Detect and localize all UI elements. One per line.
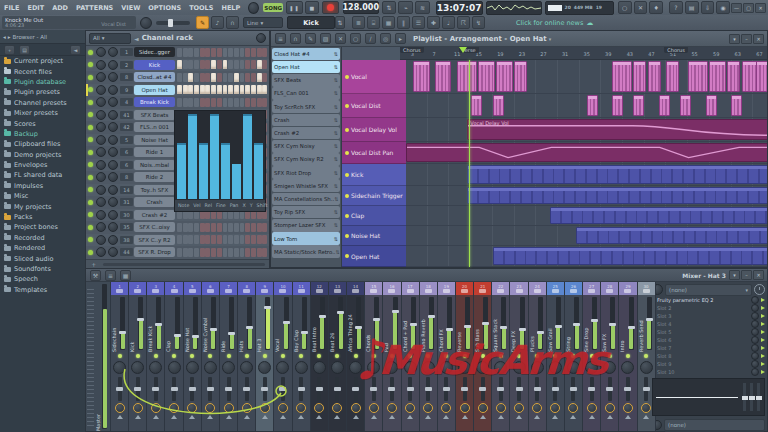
- graph-label-x[interactable]: X: [242, 203, 245, 208]
- audio-clip[interactable]: [688, 61, 708, 92]
- pattern-stomper-lazer-sfx[interactable]: Stomper Lazer SFX⇅: [272, 219, 340, 232]
- fx-mix-knob[interactable]: [751, 368, 759, 376]
- step-cell[interactable]: [240, 73, 245, 82]
- step-cell[interactable]: [234, 85, 239, 94]
- step-cell[interactable]: [211, 235, 216, 244]
- fx-slot-10[interactable]: Slot 10: [652, 368, 765, 376]
- strip-fader[interactable]: [229, 297, 234, 350]
- strip-pan-knob[interactable]: [549, 361, 562, 374]
- step-cell[interactable]: [228, 73, 233, 82]
- menu-item-options[interactable]: OPTIONS: [144, 4, 185, 12]
- route-arrow-icon[interactable]: [498, 415, 504, 419]
- fx-enable-led[interactable]: [761, 306, 765, 310]
- strip-mute-led[interactable]: [590, 354, 594, 358]
- play-button[interactable]: ❚❚: [286, 1, 302, 14]
- audio-clip[interactable]: [756, 61, 767, 92]
- fader-handle[interactable]: [119, 331, 126, 334]
- track-header[interactable]: Vocal Delay Vol: [342, 118, 406, 142]
- slider-handle[interactable]: [168, 19, 173, 27]
- strip-pan-knob[interactable]: [367, 361, 380, 374]
- track-mute-led[interactable]: [345, 194, 349, 198]
- strip-stereo-knob[interactable]: [605, 403, 615, 413]
- route-arrow-icon[interactable]: [153, 415, 159, 419]
- playlist-toolbar[interactable]: ≡ ∩ ✎ ▨ ✕ ○ ∕ ◎ ▸ Playlist - Arrangement…: [271, 31, 767, 47]
- channel-pan-knob[interactable]: [96, 172, 106, 182]
- step-cell[interactable]: [211, 223, 216, 232]
- browser-item-misc[interactable]: Misc: [0, 191, 85, 201]
- strip-stereo-knob[interactable]: [169, 403, 179, 413]
- strip-mute-led[interactable]: [535, 354, 539, 358]
- strip-mute-led[interactable]: [444, 354, 448, 358]
- strip-mute-led[interactable]: [299, 354, 303, 358]
- mixer-strip-boy-clap[interactable]: 11Boy Clap: [293, 282, 311, 431]
- route-arrow-icon[interactable]: [570, 415, 576, 419]
- mixer-view-button[interactable]: ‖: [397, 16, 410, 29]
- send-handle[interactable]: [370, 387, 377, 391]
- strip-mute-led[interactable]: [372, 354, 376, 358]
- main-menu-knob[interactable]: [248, 2, 259, 14]
- step-cell[interactable]: [211, 48, 216, 57]
- fader-handle[interactable]: [283, 321, 290, 324]
- strip-pan-knob[interactable]: [531, 361, 544, 374]
- strip-pan-knob[interactable]: [494, 361, 507, 374]
- strip-send-slider[interactable]: [499, 377, 503, 401]
- channel-pan-knob[interactable]: [96, 147, 106, 157]
- step-cell[interactable]: [245, 248, 250, 257]
- strip-header[interactable]: 25: [547, 282, 564, 295]
- route-arrow-icon[interactable]: [171, 415, 177, 419]
- step-cell[interactable]: [200, 248, 205, 257]
- strip-fader[interactable]: [338, 297, 343, 350]
- step-cell[interactable]: [234, 60, 239, 69]
- send-handle[interactable]: [443, 387, 450, 391]
- fx-enable-led[interactable]: [761, 298, 765, 302]
- step-cell[interactable]: [234, 48, 239, 57]
- eq-band-2[interactable]: [750, 383, 753, 411]
- step-cell[interactable]: [183, 223, 188, 232]
- channel-target-number[interactable]: 31: [120, 198, 133, 206]
- channel-pan-knob[interactable]: [96, 235, 106, 245]
- strip-header[interactable]: 22: [492, 282, 509, 295]
- velocity-bar[interactable]: [199, 143, 208, 199]
- strip-mute-led[interactable]: [608, 354, 612, 358]
- audio-clip[interactable]: [587, 95, 598, 116]
- fx-preset-selector[interactable]: (none)▾: [665, 284, 752, 296]
- fx-mix-knob[interactable]: [751, 344, 759, 352]
- channel-led[interactable]: [88, 225, 93, 230]
- step-cell[interactable]: [245, 60, 250, 69]
- oscilloscope[interactable]: [486, 1, 542, 15]
- channel-led[interactable]: [88, 137, 93, 142]
- step-cell[interactable]: [194, 85, 199, 94]
- browser-item-soundfonts[interactable]: Soundfonts: [0, 264, 85, 274]
- track-lane[interactable]: [406, 60, 767, 94]
- fx-enable-led[interactable]: [761, 314, 765, 318]
- strip-mute-led[interactable]: [626, 354, 630, 358]
- pattern-clip[interactable]: [467, 187, 767, 204]
- route-arrow-icon[interactable]: [226, 415, 232, 419]
- channel-button[interactable]: Nois..mbal: [134, 160, 175, 170]
- send-handle[interactable]: [225, 387, 232, 391]
- tempo-tap-button[interactable]: ♩: [442, 16, 455, 29]
- strip-fader[interactable]: [520, 297, 525, 350]
- step-cell[interactable]: [257, 223, 262, 232]
- window-minimize-button[interactable]: —: [731, 3, 742, 13]
- track-mute-led[interactable]: [345, 214, 349, 218]
- channel-volume-knob[interactable]: [108, 160, 118, 170]
- strip-header[interactable]: 13: [329, 282, 346, 295]
- strip-send-slider[interactable]: [608, 377, 612, 401]
- strip-stereo-knob[interactable]: [441, 403, 451, 413]
- pattern-crash-2[interactable]: Crash #2⇅: [272, 127, 340, 140]
- fader-handle[interactable]: [264, 306, 271, 309]
- channel-volume-knob[interactable]: [108, 247, 118, 257]
- strip-mute-led[interactable]: [499, 354, 503, 358]
- velocity-bar[interactable]: [221, 143, 230, 199]
- channel-volume-knob[interactable]: [108, 172, 118, 182]
- piano-roll-view-button[interactable]: ⌸: [367, 16, 380, 29]
- channel-led[interactable]: [88, 187, 93, 192]
- browser-item-mixer-presets[interactable]: Mixer presets: [0, 108, 85, 118]
- route-arrow-icon[interactable]: [625, 415, 631, 419]
- channel-volume-knob[interactable]: [108, 185, 118, 195]
- step-cell[interactable]: [183, 85, 188, 94]
- strip-header[interactable]: 19: [438, 282, 455, 295]
- audio-clip[interactable]: [633, 95, 644, 116]
- channel-button[interactable]: Closd..at #4: [134, 72, 175, 82]
